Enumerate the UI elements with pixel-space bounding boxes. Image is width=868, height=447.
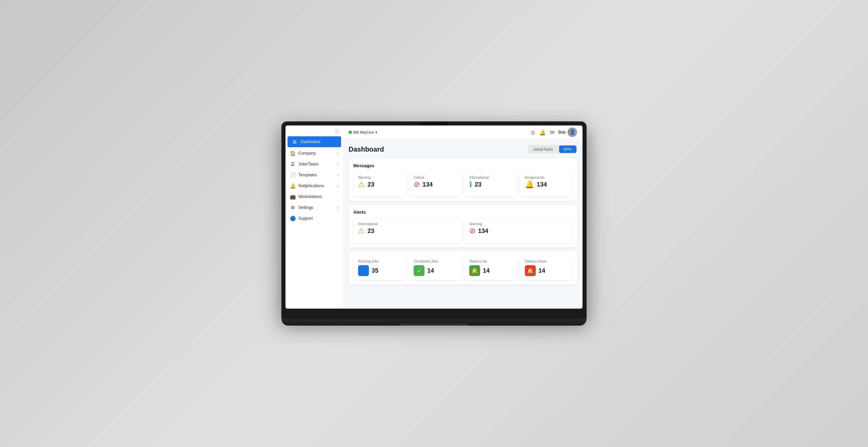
sidebar-item-templates[interactable]: 📄 Templates ∨ — [285, 170, 343, 180]
info-icon: ℹ — [469, 181, 472, 188]
sidebar-item-notiphications[interactable]: 🔔 Notiphications ∨ — [285, 180, 343, 191]
chevron-down-icon: ∨ — [337, 152, 339, 155]
message-warning-value: 23 — [368, 181, 374, 188]
laptop-base — [281, 319, 587, 326]
chevron-down-icon: ∨ — [337, 173, 339, 177]
message-assignments-label: Assignments — [525, 176, 568, 179]
main-header: Dashboard Jobs&Tasks KPIs — [349, 145, 577, 154]
kpi-running-label: Running Jobs — [358, 259, 401, 263]
alerts-section-title: Alerts — [353, 210, 572, 215]
avatar: 👤 — [568, 128, 577, 137]
message-warning-card[interactable]: Warning ⚠ 23 — [353, 172, 406, 196]
sidebar-item-label: Dashboard — [300, 139, 320, 144]
kpi-stations-up-value-row: 🔔 14 — [469, 265, 512, 276]
message-warning-label: Warning — [358, 176, 401, 179]
bell-icon[interactable]: 🔔 — [539, 129, 546, 136]
user-menu[interactable]: Bob 👤 — [558, 128, 577, 137]
sidebar-item-workstations[interactable]: 💼 Workstations — [285, 191, 343, 202]
alert-informational-value-row: ⚠ 23 — [358, 227, 456, 235]
stations-up-icon: 🔔 — [469, 265, 480, 276]
dashboard-icon: ⊞ — [292, 139, 298, 144]
kpi-stations-up-card[interactable]: Stations Up 🔔 14 — [465, 256, 517, 280]
header-tabs: Jobs&Tasks KPIs — [528, 145, 577, 154]
user-name-label: Bob — [558, 130, 566, 135]
kpi-completed-label: Completed Jobs — [414, 259, 456, 263]
sidebar-item-jobs-tasks[interactable]: ☰ Jobs/Tasks ∨ — [285, 159, 343, 170]
alert-warning-icon: ⚠ — [358, 227, 365, 235]
sidebar-item-label: Notiphications — [298, 183, 324, 188]
alert-informational-card[interactable]: Informational ⚠ 23 — [353, 219, 461, 242]
alert-warning-label: Warning — [469, 222, 568, 226]
notiphications-icon: 🔔 — [290, 183, 296, 189]
topbar: Mill Machine ▾ ⊙ 🔔 ✉ Bob 👤 — [343, 125, 583, 139]
chevron-down-icon: ∨ — [337, 184, 339, 188]
main-content: Dashboard Jobs&Tasks KPIs Messages — [343, 139, 583, 309]
tab-kpis[interactable]: KPIs — [559, 145, 576, 153]
sidebar-item-dashboard[interactable]: ⊞ Dashboard — [288, 136, 341, 147]
sidebar: ‹ ⊞ Dashboard 🏠 Company ∨ ☰ Jobs/Task — [285, 125, 343, 309]
alert-informational-value: 23 — [368, 228, 374, 235]
sidebar-item-label: Settings — [298, 205, 313, 210]
kpi-completed-value-row: ✓ 14 — [414, 265, 456, 276]
sidebar-item-label: Templates — [298, 173, 317, 177]
sidebar-item-settings[interactable]: ⚙ Settings ∨ — [285, 202, 343, 213]
message-assignments-value: 134 — [537, 181, 547, 188]
messages-section: Messages Warning ⚠ 23 — [349, 158, 577, 201]
completed-jobs-icon: ✓ — [414, 265, 425, 276]
message-informational-label: Informational — [469, 176, 512, 179]
kpi-stations-up-value: 14 — [483, 267, 490, 274]
kpi-running-value-row: 👤 35 — [358, 265, 401, 276]
company-icon: 🏠 — [290, 151, 296, 156]
kpis-cards-grid: Running Jobs 👤 35 Completed Jobs — [353, 256, 572, 280]
location-badge[interactable]: Mill Machine ▾ — [349, 130, 377, 135]
alert-critical-icon: ⊘ — [469, 227, 475, 235]
kpi-stations-down-card[interactable]: Stations Down 🔔 14 — [520, 256, 572, 280]
message-assignments-value-row: 🔔 134 — [525, 181, 568, 188]
messages-section-title: Messages — [353, 163, 572, 168]
alert-informational-label: Informational — [358, 222, 456, 226]
message-assignments-card[interactable]: Assignments 🔔 134 — [520, 172, 572, 196]
message-informational-card[interactable]: Informational ℹ 23 — [465, 172, 517, 196]
kpi-stations-up-label: Stations Up — [469, 259, 512, 263]
jobs-tasks-icon: ☰ — [290, 161, 296, 167]
sidebar-collapse-button[interactable]: ‹ — [334, 128, 340, 134]
warning-icon: ⚠ — [358, 181, 365, 188]
message-informational-value: 23 — [475, 181, 481, 188]
sync-icon[interactable]: ⊙ — [531, 129, 535, 136]
page-title: Dashboard — [349, 145, 384, 153]
sidebar-item-label: Jobs/Tasks — [298, 162, 318, 167]
mail-icon[interactable]: ✉ — [550, 129, 554, 136]
sidebar-item-label: Support — [298, 216, 313, 221]
topbar-icons: ⊙ 🔔 ✉ Bob 👤 — [531, 128, 577, 137]
message-critical-value: 134 — [422, 181, 433, 188]
workstations-icon: 💼 — [290, 194, 296, 199]
kpi-completed-jobs-card[interactable]: Completed Jobs ✓ 14 — [409, 256, 461, 280]
tab-jobs-tasks[interactable]: Jobs&Tasks — [528, 145, 558, 153]
kpi-running-jobs-card[interactable]: Running Jobs 👤 35 — [353, 256, 406, 280]
kpi-completed-value: 14 — [427, 267, 434, 274]
running-jobs-icon: 👤 — [358, 265, 369, 276]
stations-down-icon: 🔔 — [525, 265, 536, 276]
settings-icon: ⚙ — [290, 205, 296, 210]
kpi-running-value: 35 — [372, 267, 378, 274]
sidebar-item-company[interactable]: 🏠 Company ∨ — [285, 148, 343, 159]
kpi-stations-down-value: 14 — [538, 267, 545, 274]
location-status-dot — [349, 131, 352, 134]
kpis-section: Running Jobs 👤 35 Completed Jobs — [349, 251, 577, 285]
location-label: Mill Machine — [353, 130, 374, 134]
message-critical-card[interactable]: Critical ⊘ 134 — [409, 172, 461, 196]
chevron-down-icon: ∨ — [337, 206, 339, 210]
sidebar-item-label: Workstations — [298, 194, 322, 199]
alerts-section: Alerts Informational ⚠ 23 — [349, 205, 577, 247]
alerts-cards-grid: Informational ⚠ 23 Warning — [353, 219, 572, 242]
alert-warning-card[interactable]: Warning ⊘ 134 — [465, 219, 572, 242]
templates-icon: 📄 — [290, 172, 296, 178]
sidebar-item-label: Company — [298, 151, 316, 156]
kpi-stations-down-value-row: 🔔 14 — [525, 265, 568, 276]
critical-icon: ⊘ — [414, 181, 420, 188]
chevron-down-icon: ∨ — [337, 162, 339, 166]
message-warning-value-row: ⚠ 23 — [358, 181, 401, 188]
support-icon: 🔵 — [290, 216, 296, 221]
sidebar-item-support[interactable]: 🔵 Support — [285, 213, 343, 224]
kpi-stations-down-label: Stations Down — [525, 259, 568, 263]
